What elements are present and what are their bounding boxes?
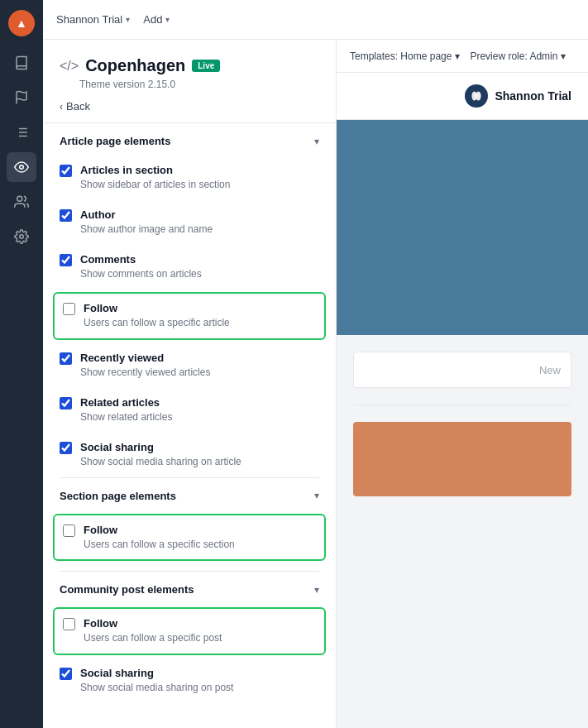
follow-section-desc: Users can follow a specific section (84, 538, 235, 552)
add-label: Add (143, 13, 162, 26)
templates-label: Templates: Home page (350, 50, 452, 62)
social-sharing-post-item: Social sharing Show social media sharing… (43, 659, 336, 703)
follow-post-desc: Users can follow a specific post (84, 631, 222, 645)
brand-chevron: ▾ (126, 15, 130, 24)
preview-header-bar: Shannon Trial (337, 73, 588, 120)
article-section-chevron-icon: ▾ (314, 136, 319, 147)
preview-divider (353, 405, 571, 405)
articles-in-section-item: Articles in section Show sidebar of arti… (43, 156, 336, 200)
related-articles-item: Related articles Show related articles (43, 388, 336, 433)
users-nav-icon[interactable] (7, 187, 36, 217)
articles-in-section-desc: Show sidebar of articles in section (80, 178, 230, 192)
comments-label: Comments (80, 253, 202, 266)
community-post-header[interactable]: Community post elements ▾ (43, 572, 336, 604)
brand-name: Shannon Trial (56, 13, 122, 26)
section-page-chevron-icon: ▾ (314, 490, 319, 501)
templates-selector[interactable]: Templates: Home page ▾ (350, 50, 460, 62)
preview-orange-block (353, 422, 571, 496)
author-desc: Show author image and name (80, 223, 213, 237)
related-articles-label: Related articles (80, 396, 172, 409)
related-articles-desc: Show related articles (80, 410, 172, 424)
add-button[interactable]: Add ▾ (143, 13, 170, 26)
list-nav-icon[interactable] (7, 117, 36, 147)
recently-viewed-item: Recently viewed Show recently viewed art… (43, 343, 336, 388)
preview-new-label: New (539, 364, 561, 376)
follow-article-checkbox[interactable] (63, 303, 75, 315)
preview-role-label: Preview role: Admin (470, 50, 557, 62)
left-navigation: ▲ (0, 0, 43, 728)
sidebar-panel: </> Copenhagen Live Theme version 2.15.0… (43, 40, 337, 728)
svg-point-11 (476, 91, 481, 100)
back-link[interactable]: ‹ Back (60, 100, 319, 113)
section-page-title: Section page elements (60, 490, 176, 502)
comments-item: Comments Show comments on articles (43, 245, 336, 290)
article-section-title: Article page elements (60, 135, 170, 147)
related-articles-checkbox[interactable] (60, 397, 72, 410)
section-page-header[interactable]: Section page elements ▾ (43, 478, 336, 510)
author-item: Author Show author image and name (43, 200, 336, 245)
follow-article-desc: Users can follow a specific article (84, 316, 230, 330)
logo[interactable]: ▲ (8, 10, 35, 36)
follow-section-item: Follow Users can follow a specific secti… (53, 514, 326, 562)
articles-in-section-checkbox[interactable] (60, 165, 72, 177)
preview-role-chevron-icon: ▾ (561, 50, 566, 62)
preview-brand-icon (465, 84, 488, 108)
preview-hero-image (337, 120, 588, 335)
theme-version: Theme version 2.15.0 (79, 79, 319, 90)
community-post-chevron-icon: ▾ (314, 584, 319, 596)
back-chevron-icon: ‹ (60, 101, 63, 113)
follow-section-label: Follow (84, 524, 235, 536)
svg-point-7 (20, 165, 24, 170)
recently-viewed-checkbox[interactable] (60, 352, 72, 365)
comments-checkbox[interactable] (60, 254, 72, 266)
templates-chevron-icon: ▾ (455, 50, 460, 62)
social-sharing-post-checkbox[interactable] (60, 668, 72, 680)
author-checkbox[interactable] (60, 209, 72, 222)
book-nav-icon[interactable] (7, 48, 36, 78)
follow-post-checkbox[interactable] (63, 618, 75, 630)
follow-post-item: Follow Users can follow a specific post (53, 607, 326, 655)
preview-role-selector[interactable]: Preview role: Admin ▾ (470, 50, 566, 62)
svg-point-8 (17, 196, 22, 201)
community-post-title: Community post elements (60, 583, 194, 596)
follow-section-checkbox[interactable] (63, 524, 75, 537)
follow-article-label: Follow (84, 302, 230, 314)
follow-post-label: Follow (84, 617, 222, 630)
gear-nav-icon[interactable] (7, 222, 36, 251)
top-bar: Shannon Trial ▾ Add ▾ (43, 0, 588, 40)
article-section-header[interactable]: Article page elements ▾ (43, 123, 336, 156)
recently-viewed-desc: Show recently viewed articles (80, 366, 210, 380)
author-label: Author (80, 208, 213, 221)
recently-viewed-label: Recently viewed (80, 352, 210, 364)
preview-pane: Templates: Home page ▾ Preview role: Adm… (337, 40, 588, 728)
code-icon: </> (60, 59, 79, 74)
eye-nav-icon[interactable] (7, 152, 36, 182)
preview-brand: Shannon Trial (465, 84, 571, 108)
follow-article-item: Follow Users can follow a specific artic… (53, 292, 326, 340)
svg-point-9 (20, 235, 24, 239)
social-sharing-article-checkbox[interactable] (60, 442, 72, 454)
back-label: Back (66, 100, 90, 113)
social-sharing-article-label: Social sharing (80, 441, 241, 453)
preview-search-bar: New (353, 352, 571, 388)
flag-nav-icon[interactable] (7, 83, 36, 113)
add-chevron: ▾ (165, 15, 170, 24)
brand-selector[interactable]: Shannon Trial ▾ (56, 13, 130, 26)
comments-desc: Show comments on articles (80, 267, 202, 281)
social-sharing-post-desc: Show social media sharing on post (80, 681, 233, 695)
live-badge: Live (192, 60, 220, 72)
social-sharing-article-desc: Show social media sharing on article (80, 455, 241, 469)
social-sharing-article-item: Social sharing Show social media sharing… (43, 433, 336, 477)
preview-toolbar: Templates: Home page ▾ Preview role: Adm… (337, 40, 588, 73)
social-sharing-post-label: Social sharing (80, 667, 233, 679)
preview-content: Shannon Trial New (337, 73, 588, 728)
theme-name: Copenhagen (85, 56, 185, 75)
articles-in-section-label: Articles in section (80, 164, 230, 176)
theme-header: </> Copenhagen Live Theme version 2.15.0… (43, 40, 336, 123)
preview-brand-name: Shannon Trial (495, 89, 571, 103)
